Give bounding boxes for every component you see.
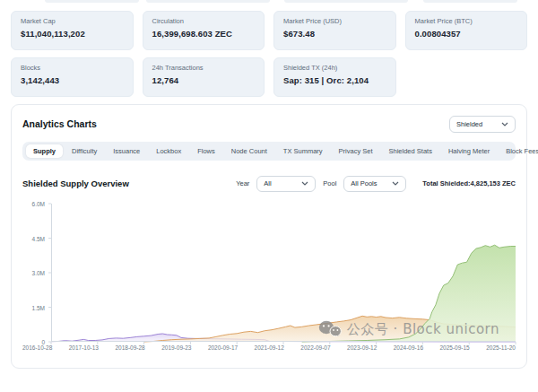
tab-supply[interactable]: Supply	[26, 144, 63, 158]
cropped-card-edge	[423, 0, 517, 3]
stat-label: Market Price (USD)	[283, 17, 386, 25]
y-axis: 6.0M4.5M3.0M1.5M0	[22, 204, 51, 342]
stat-card-market-cap: Market Cap $11,040,113,202	[11, 11, 134, 50]
chevron-down-icon	[392, 181, 399, 186]
y-tick-label: 1.5M	[32, 305, 45, 311]
year-select-value: All	[264, 179, 271, 187]
tab-flows[interactable]: Flows	[190, 144, 222, 158]
tab-halving-meter[interactable]: Halving Meter	[441, 144, 497, 158]
cropped-card-edge	[284, 0, 408, 3]
stat-card-circulation: Circulation 16,399,698.603 ZEC	[143, 11, 265, 50]
stat-card-market-price-btc: Market Price (BTC) 0.00804357	[405, 11, 528, 50]
tab-privacy-set[interactable]: Privacy Set	[332, 144, 380, 158]
stat-label: Shielded TX (24h)	[283, 64, 386, 72]
x-tick-label: 2020-09-17	[208, 344, 238, 351]
x-tick-label: 2023-09-12	[347, 344, 377, 351]
chevron-down-icon	[301, 181, 308, 186]
chart-title: Shielded Supply Overview	[22, 179, 129, 188]
stat-value: 3,142,443	[21, 75, 124, 85]
stat-value: Sap: 315 | Orc: 2,104	[283, 75, 386, 85]
stat-value: 12,764	[152, 75, 256, 85]
x-tick-label: 2021-09-12	[255, 344, 284, 351]
stat-label: Market Cap	[21, 17, 124, 25]
stat-card-market-price-usd: Market Price (USD) $673.48	[273, 11, 396, 50]
tab-difficulty[interactable]: Difficulty	[65, 144, 104, 158]
x-tick-label: 2018-09-28	[115, 344, 144, 351]
year-label: Year	[236, 179, 249, 187]
pool-select-value: All Pools	[351, 179, 377, 187]
stat-label: Market Price (BTC)	[415, 17, 518, 25]
stat-card-24h-transactions: 24h Transactions 12,764	[143, 57, 265, 97]
y-tick-label: 4.5M	[32, 236, 45, 242]
stat-value: 16,399,698.603 ZEC	[152, 29, 256, 39]
chart-tabbar: Supply Difficulty Issuance Lockbox Flows…	[22, 142, 516, 161]
x-tick-label: 2022-09-07	[300, 344, 330, 351]
x-tick-label: 2017-10-13	[69, 344, 99, 351]
stat-value: 0.00804357	[415, 29, 518, 39]
total-shielded-value: Total Shielded:4,825,153 ZEC	[422, 179, 516, 187]
panel-title: Analytics Charts	[22, 118, 97, 129]
pool-select[interactable]: All Pools	[343, 176, 406, 192]
stat-value: $673.48	[283, 29, 386, 39]
x-tick-label: 2024-09-16	[394, 344, 423, 351]
watermark: 公众号 · Block unicorn	[318, 320, 499, 338]
stat-value: $11,040,113,202	[21, 29, 124, 39]
x-tick-label: 2019-09-23	[161, 344, 191, 351]
analytics-charts-panel: Analytics Charts Shielded Supply Difficu…	[11, 104, 527, 369]
tab-issuance[interactable]: Issuance	[106, 144, 147, 158]
tab-lockbox[interactable]: Lockbox	[149, 144, 188, 158]
cropped-card-edge	[45, 0, 139, 3]
tab-node-count[interactable]: Node Count	[224, 144, 274, 158]
wechat-icon	[318, 320, 342, 338]
chart-header: Shielded Supply Overview Year All Pool A…	[22, 176, 516, 191]
chart-mode-select[interactable]: Shielded	[449, 116, 516, 133]
stat-label: Blocks	[21, 64, 124, 72]
stat-card-blocks: Blocks 3,142,443	[11, 57, 134, 97]
year-select[interactable]: All	[256, 176, 316, 192]
stat-label: Circulation	[152, 17, 256, 25]
tab-block-fees[interactable]: Block Fees	[499, 144, 538, 158]
tab-tx-summary[interactable]: TX Summary	[276, 144, 330, 158]
stats-grid: Market Cap $11,040,113,202 Circulation 1…	[0, 0, 538, 97]
x-tick-label: 2025-09-15	[439, 344, 469, 351]
pool-label: Pool	[323, 179, 336, 187]
cropped-card-edge	[146, 0, 270, 3]
panel-header: Analytics Charts Shielded	[22, 116, 516, 132]
y-tick-label: 3.0M	[32, 270, 45, 276]
tab-shielded-stats[interactable]: Shielded Stats	[382, 144, 439, 158]
chart-mode-select-value: Shielded	[456, 120, 482, 128]
stat-card-shielded-tx: Shielded TX (24h) Sap: 315 | Orc: 2,104	[273, 57, 396, 97]
x-axis: 2016-10-282017-10-132018-09-282019-09-23…	[22, 344, 516, 351]
x-tick-label: 2025-11-20	[486, 344, 516, 351]
y-tick-label: 6.0M	[32, 201, 45, 207]
x-tick-label: 2016-10-28	[22, 344, 52, 351]
stat-label: 24h Transactions	[152, 64, 256, 72]
chart-area: 6.0M4.5M3.0M1.5M0 2016-10-282017-10-1320…	[22, 204, 516, 354]
chevron-down-icon	[501, 122, 508, 126]
watermark-text: 公众号 · Block unicorn	[347, 321, 499, 338]
